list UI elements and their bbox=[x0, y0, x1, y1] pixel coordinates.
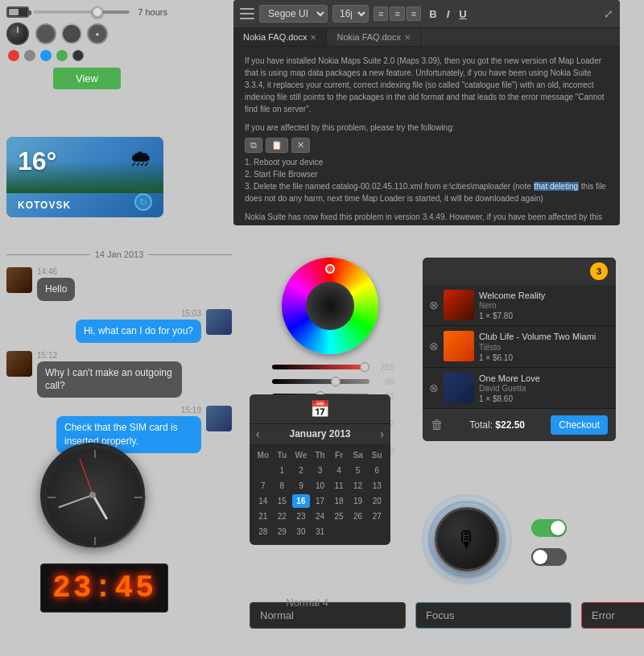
cal-day-17[interactable]: 17 bbox=[312, 494, 329, 508]
highlighted-text: that deleting bbox=[534, 182, 580, 191]
editor-tab-2[interactable]: Nokia FAQ.docx ✕ bbox=[327, 28, 420, 46]
dot-blue[interactable] bbox=[40, 50, 52, 61]
cal-day-16-today[interactable]: 16 bbox=[292, 494, 310, 508]
cal-day-22[interactable]: 22 bbox=[274, 510, 291, 523]
dot-gray[interactable] bbox=[24, 50, 35, 61]
close-selection-button[interactable]: ✕ bbox=[291, 138, 310, 153]
cal-day-1[interactable]: 1 bbox=[274, 464, 291, 477]
cal-day-4[interactable]: 4 bbox=[330, 464, 348, 477]
cal-day-21[interactable]: 21 bbox=[254, 510, 272, 523]
cart-item-1: ⊗ Welcome Reality Nero 1 × $7.80 bbox=[423, 285, 616, 326]
align-left-button[interactable]: ≡ bbox=[374, 6, 388, 21]
cal-day-7[interactable]: 7 bbox=[254, 479, 272, 493]
cart-total: Total: $22.50 bbox=[469, 419, 525, 431]
menu-icon[interactable] bbox=[240, 8, 254, 19]
paste-button[interactable]: 📋 bbox=[266, 138, 288, 153]
cal-day-27[interactable]: 27 bbox=[368, 510, 386, 523]
slider-2[interactable] bbox=[272, 379, 369, 384]
cal-day-19[interactable]: 19 bbox=[349, 494, 367, 508]
time-slider[interactable] bbox=[34, 10, 130, 14]
cal-day-5[interactable]: 5 bbox=[349, 464, 367, 477]
focus-input[interactable] bbox=[415, 602, 572, 629]
expand-button[interactable]: ⤢ bbox=[604, 7, 613, 20]
cal-day-6[interactable]: 6 bbox=[368, 464, 386, 477]
volume-knob[interactable] bbox=[6, 23, 29, 45]
font-family-select[interactable]: Segoe UI bbox=[259, 5, 328, 23]
slider-value-2: 86 bbox=[374, 377, 394, 386]
cart-trash-button[interactable]: 🗑 bbox=[431, 418, 444, 432]
cal-day-28[interactable]: 28 bbox=[254, 525, 272, 538]
cal-day-2[interactable]: 2 bbox=[292, 464, 310, 477]
italic-button[interactable]: I bbox=[444, 6, 453, 22]
toggle-btn-2[interactable] bbox=[61, 23, 82, 44]
cal-day-30[interactable]: 30 bbox=[292, 525, 310, 538]
chat-message-1: 14:46 Hello bbox=[6, 267, 232, 301]
toggle-switch-1[interactable] bbox=[531, 519, 567, 537]
dot-green[interactable] bbox=[56, 50, 68, 61]
align-center-button[interactable]: ≡ bbox=[390, 6, 404, 21]
cal-day-18[interactable]: 18 bbox=[330, 494, 348, 508]
toggle-switch-2[interactable] bbox=[531, 548, 567, 566]
color-wheel-dot[interactable] bbox=[325, 264, 335, 274]
tab2-close[interactable]: ✕ bbox=[404, 33, 411, 42]
slider-1[interactable] bbox=[272, 365, 369, 369]
cal-day-14[interactable]: 14 bbox=[254, 494, 272, 508]
editor-content[interactable]: If you have installed Nokia Maps Suite 2… bbox=[233, 47, 620, 224]
cart-remove-2[interactable]: ⊗ bbox=[429, 340, 439, 353]
dot-dark[interactable] bbox=[72, 50, 84, 61]
toggle-btn-3[interactable]: ● bbox=[87, 23, 108, 44]
cart-remove-1[interactable]: ⊗ bbox=[429, 299, 439, 311]
toggle-btn-1[interactable] bbox=[35, 23, 56, 44]
cal-day-3[interactable]: 3 bbox=[312, 464, 329, 477]
digital-clock: 23:45 bbox=[40, 563, 168, 613]
cal-day-empty1 bbox=[254, 464, 272, 477]
chat-avatar-3 bbox=[6, 351, 32, 377]
cart-remove-3[interactable]: ⊗ bbox=[429, 382, 439, 394]
tab1-close[interactable]: ✕ bbox=[310, 33, 316, 42]
cal-day-8[interactable]: 8 bbox=[274, 479, 291, 493]
underline-button[interactable]: U bbox=[456, 6, 469, 22]
calendar-header-icon: 📅 bbox=[250, 394, 390, 424]
cart-total-value: $22.50 bbox=[495, 419, 525, 431]
cal-day-31[interactable]: 31 bbox=[312, 525, 329, 538]
checkout-button[interactable]: Checkout bbox=[551, 415, 608, 435]
editor-para1: If you have installed Nokia Maps Suite 2… bbox=[245, 55, 609, 115]
cal-day-13[interactable]: 13 bbox=[368, 479, 386, 493]
font-size-select[interactable]: 16pt bbox=[332, 5, 369, 23]
view-button[interactable]: View bbox=[53, 68, 121, 89]
copy-toolbar: ⧉ 📋 ✕ bbox=[245, 138, 609, 153]
cal-day-29[interactable]: 29 bbox=[274, 525, 291, 538]
cart-artist-1: Nero bbox=[479, 301, 609, 310]
calendar-prev-button[interactable]: ‹ bbox=[256, 427, 260, 440]
copy-button[interactable]: ⧉ bbox=[245, 138, 262, 153]
weather-refresh-button[interactable]: ↻ bbox=[134, 193, 152, 211]
cart-price-3: 1 × $8.60 bbox=[479, 394, 609, 403]
cal-day-12[interactable]: 12 bbox=[349, 479, 367, 493]
align-right-button[interactable]: ≡ bbox=[407, 6, 421, 21]
cal-header-we: We bbox=[292, 448, 310, 462]
bold-button[interactable]: B bbox=[426, 6, 440, 22]
editor-tabs: Nokia FAQ.docx ✕ Nokia FAQ.docx ✕ bbox=[233, 28, 620, 47]
cal-day-24[interactable]: 24 bbox=[312, 510, 329, 523]
editor-tab-1[interactable]: Nokia FAQ.docx ✕ bbox=[233, 28, 327, 46]
color-wheel[interactable] bbox=[282, 258, 378, 354]
cal-day-26[interactable]: 26 bbox=[349, 510, 367, 523]
cal-day-9[interactable]: 9 bbox=[292, 479, 310, 493]
cal-day-15[interactable]: 15 bbox=[274, 494, 291, 508]
cart-badge: 3 bbox=[590, 262, 608, 280]
color-wheel-inner bbox=[306, 282, 354, 330]
cal-day-25[interactable]: 25 bbox=[330, 510, 348, 523]
chat-message-2: 15:03 Hi, what can I do for you? bbox=[6, 309, 232, 343]
cal-day-20[interactable]: 20 bbox=[368, 494, 386, 508]
cal-day-11[interactable]: 11 bbox=[330, 479, 348, 493]
cal-day-10[interactable]: 10 bbox=[312, 479, 329, 493]
dot-red[interactable] bbox=[8, 50, 19, 61]
color-dots-row bbox=[8, 50, 167, 61]
cal-day-23[interactable]: 23 bbox=[292, 510, 310, 523]
calendar-grid: Mo Tu We Th Fr Sa Su 1 2 3 4 5 6 7 8 9 1… bbox=[250, 444, 390, 545]
normal-input[interactable] bbox=[250, 602, 406, 629]
cart-item-2: ⊗ Club Life - Volume Two Miami Tiësto 1 … bbox=[423, 326, 616, 367]
calendar-next-button[interactable]: › bbox=[380, 427, 384, 440]
weather-widget: 16° KOTOVSK 🌧 ↻ bbox=[6, 137, 163, 217]
error-input[interactable] bbox=[581, 602, 644, 629]
